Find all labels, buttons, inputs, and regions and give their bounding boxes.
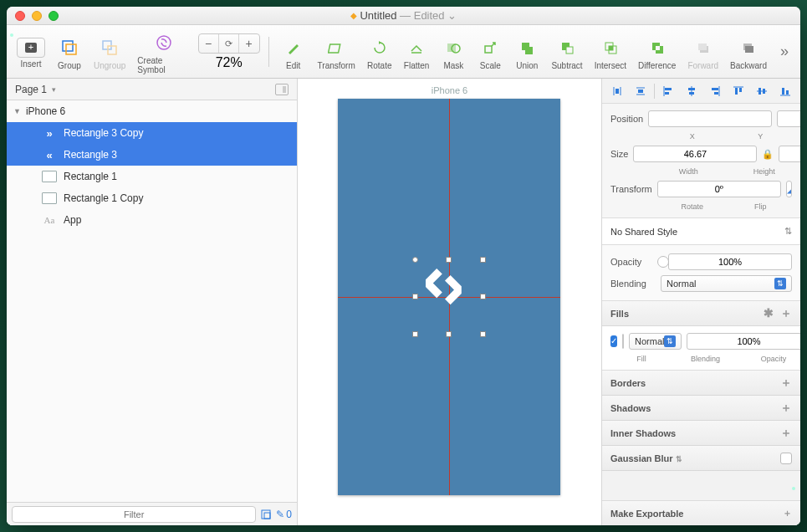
position-label: Position xyxy=(610,114,643,124)
ungroup-button[interactable]: Ungroup xyxy=(90,33,129,70)
rotate-input[interactable] xyxy=(657,181,781,197)
align-left-button[interactable] xyxy=(658,83,678,100)
add-fill-button[interactable]: ＋ xyxy=(780,306,792,321)
x-sublabel: X xyxy=(661,132,724,141)
opacity-input[interactable] xyxy=(668,253,792,270)
backward-button[interactable]: Backward xyxy=(727,33,770,70)
layer-name: Rectangle 3 Copy xyxy=(64,127,143,139)
layer-row[interactable]: Rectangle 1 xyxy=(7,166,297,187)
layer-row[interactable]: « Rectangle 3 xyxy=(7,144,297,166)
shared-style-selector[interactable]: No Shared Style ⇅ xyxy=(602,218,800,245)
height-input[interactable] xyxy=(779,146,800,162)
distribute-vertical-button[interactable] xyxy=(631,83,651,100)
position-y-input[interactable] xyxy=(777,110,800,127)
resize-handle[interactable] xyxy=(480,257,486,263)
align-vcenter-button[interactable] xyxy=(752,83,772,100)
svg-rect-20 xyxy=(262,510,270,519)
svg-rect-44 xyxy=(782,88,784,95)
svg-rect-24 xyxy=(615,89,619,94)
resize-handle[interactable] xyxy=(412,257,418,263)
insert-button[interactable]: + Insert xyxy=(13,35,49,69)
svg-rect-3 xyxy=(66,44,76,54)
group-button[interactable]: Group xyxy=(54,33,85,70)
shape-chevron-left-icon: « xyxy=(42,149,57,161)
shadows-header: Shadows ＋ xyxy=(602,396,800,421)
forward-button[interactable]: Forward xyxy=(684,33,722,70)
layer-row[interactable]: Rectangle 1 Copy xyxy=(7,187,297,209)
align-right-button[interactable] xyxy=(705,83,725,100)
titlebar: ◆ Untitled — Edited ⌄ xyxy=(7,7,800,25)
align-bottom-button[interactable] xyxy=(775,83,795,100)
align-top-button[interactable] xyxy=(728,83,748,100)
layer-filter-input[interactable] xyxy=(12,506,256,523)
zoom-reset-button[interactable]: ⟳ xyxy=(219,34,239,53)
borders-header-label: Borders xyxy=(610,378,646,388)
toolbar-overflow-button[interactable]: » xyxy=(775,43,794,60)
width-input[interactable] xyxy=(633,146,757,162)
resize-handle[interactable] xyxy=(412,294,418,299)
scale-button[interactable]: Scale xyxy=(474,33,506,70)
svg-point-6 xyxy=(157,36,171,49)
edit-button[interactable]: Edit xyxy=(278,33,309,70)
fill-sublabel: Fill xyxy=(627,355,656,363)
layer-row[interactable]: Aa App xyxy=(7,209,297,231)
flip-horizontal-button[interactable]: ◢◣ xyxy=(787,182,792,197)
gaussian-blur-checkbox[interactable] xyxy=(780,453,792,464)
resize-handle[interactable] xyxy=(412,331,418,337)
fill-enabled-checkbox[interactable]: ✓ xyxy=(610,335,617,347)
fill-blend-select[interactable]: Normal⇅ xyxy=(629,333,682,350)
artboard-row[interactable]: ▼ iPhone 6 xyxy=(7,100,297,122)
fill-color-swatch[interactable] xyxy=(622,334,624,349)
canvas[interactable]: iPhone 6 xyxy=(298,79,601,525)
rotate-sublabel: Rotate xyxy=(661,202,724,211)
disclosure-triangle-icon[interactable]: ▼ xyxy=(13,107,21,115)
export-count-button[interactable]: ✎0 xyxy=(276,509,292,520)
svg-rect-45 xyxy=(786,90,789,95)
transform-button[interactable]: Transform xyxy=(314,33,359,70)
lock-aspect-icon[interactable]: 🔒 xyxy=(762,149,774,160)
artboard[interactable] xyxy=(338,99,560,495)
rotate-button[interactable]: Rotate xyxy=(364,33,396,70)
add-shadow-button[interactable]: ＋ xyxy=(780,401,792,416)
panel-toggle-icon[interactable] xyxy=(275,84,289,95)
align-hcenter-button[interactable] xyxy=(682,83,702,100)
mask-button[interactable]: Mask xyxy=(437,33,469,70)
document-status: — Edited xyxy=(400,9,444,22)
artboard-label[interactable]: iPhone 6 xyxy=(432,85,467,95)
subtract-button[interactable]: Subtract xyxy=(548,33,585,70)
fill-row: ✓ Normal⇅ FillBlendingOpacity xyxy=(602,326,800,371)
layer-row[interactable]: » Rectangle 3 Copy xyxy=(7,122,297,144)
difference-button[interactable]: Difference xyxy=(635,33,679,70)
fill-opacity-input[interactable] xyxy=(687,333,800,350)
zoom-out-button[interactable]: − xyxy=(199,34,219,53)
window-title: ◆ Untitled — Edited ⌄ xyxy=(7,9,800,22)
zoom-in-button[interactable]: + xyxy=(239,34,259,53)
blending-mode-select[interactable]: Normal ⇅ xyxy=(661,275,792,292)
intersect-button[interactable]: Intersect xyxy=(591,33,630,70)
svg-rect-41 xyxy=(758,88,761,95)
create-symbol-button[interactable]: Create Symbol xyxy=(134,28,192,74)
resize-handle[interactable] xyxy=(446,331,452,337)
make-exportable-header[interactable]: Make Exportable ＋ xyxy=(602,500,800,525)
flatten-button[interactable]: Flatten xyxy=(401,33,433,70)
add-inner-shadow-button[interactable]: ＋ xyxy=(780,426,792,441)
fills-settings-icon[interactable]: ✱ xyxy=(764,306,774,321)
fill-blend-sublabel: Blending xyxy=(661,355,750,363)
svg-rect-17 xyxy=(698,43,707,50)
title-menu-caret[interactable]: ⌄ xyxy=(447,9,457,22)
page-selector[interactable]: Page 1 ▾ xyxy=(7,79,297,100)
distribute-horizontal-button[interactable] xyxy=(607,83,627,100)
slice-filter-button[interactable] xyxy=(261,509,271,519)
position-x-input[interactable] xyxy=(648,110,772,127)
resize-handle[interactable] xyxy=(446,257,452,263)
layer-filter-bar: ✎0 xyxy=(7,502,297,525)
add-border-button[interactable]: ＋ xyxy=(780,376,792,391)
layers-panel: Page 1 ▾ ▼ iPhone 6 » Rectangle 3 Copy «… xyxy=(7,79,298,525)
add-export-button[interactable]: ＋ xyxy=(783,507,792,519)
flip-controls: ◢◣ ▶◀ xyxy=(786,181,792,197)
opacity-slider[interactable] xyxy=(661,260,663,263)
svg-rect-19 xyxy=(745,46,753,53)
resize-handle[interactable] xyxy=(480,331,486,337)
resize-handle[interactable] xyxy=(480,294,486,299)
union-button[interactable]: Union xyxy=(511,33,543,70)
